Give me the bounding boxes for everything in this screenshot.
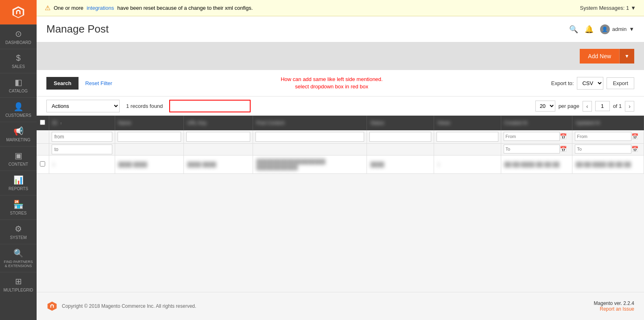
page-number-input[interactable] xyxy=(595,101,610,111)
filter-created-from-input[interactable] xyxy=(504,132,560,141)
content-area: Add New ▼ Search Reset Filter How can ad… xyxy=(37,42,644,292)
add-new-dropdown-button[interactable]: ▼ xyxy=(619,49,634,64)
reset-filter-button[interactable]: Reset Filter xyxy=(85,80,112,86)
filter-cell-id-from xyxy=(49,130,115,144)
prev-page-button[interactable]: ‹ xyxy=(583,101,592,112)
sidebar-item-stores[interactable]: 🏪 STORES xyxy=(0,195,37,219)
sidebar-item-customers[interactable]: 👤 CUSTOMERS xyxy=(0,97,37,122)
calendar-icon[interactable]: 📅 xyxy=(560,146,567,152)
footer-right: Magento ver. 2.2.4 Report an Issue xyxy=(594,300,634,312)
filter-name-input[interactable] xyxy=(118,132,181,142)
red-box-input[interactable] xyxy=(169,100,251,112)
sidebar-item-multiplegrid[interactable]: ⊞ MULTIPLEGRID xyxy=(0,272,37,296)
sidebar-logo[interactable] xyxy=(0,0,37,24)
actions-bar: Actions 1 records found 20 per page ‹ of… xyxy=(37,96,644,116)
calendar-icon[interactable]: 📅 xyxy=(560,133,567,140)
col-header-id[interactable]: ID ↑ xyxy=(49,116,115,130)
notification-message: ⚠ One or more integrations have been res… xyxy=(45,4,253,12)
filter-id-from-input[interactable] xyxy=(52,132,112,142)
page-header: Manage Post 🔍 🔔 👤 admin ▼ xyxy=(37,16,644,42)
filter-cell-updated-from: 📅 xyxy=(572,130,644,144)
sidebar-item-label: DASHBOARD xyxy=(5,40,31,45)
filter-cell-name xyxy=(115,130,184,144)
sidebar-item-label: STORES xyxy=(10,211,27,215)
filter-updated-from-input[interactable] xyxy=(575,132,631,141)
col-header-url[interactable]: URL Key xyxy=(184,116,253,130)
col-header-name[interactable]: Name xyxy=(115,116,184,130)
grid-toolbar: Search Reset Filter How can add same lik… xyxy=(37,70,644,96)
sidebar-item-sales[interactable]: $ SALES xyxy=(0,49,37,73)
header-actions: 🔍 🔔 👤 admin ▼ xyxy=(569,24,634,34)
col-header-status[interactable]: Status xyxy=(367,116,434,130)
dashboard-icon: ⊙ xyxy=(15,29,22,39)
table-row: 1 ████ ████ ████ ████ ██████████████████… xyxy=(37,156,644,174)
sidebar-item-label: MARKETING xyxy=(6,138,30,142)
calendar-icon[interactable]: 📅 xyxy=(631,133,638,140)
filter-cell-id-to xyxy=(49,144,115,156)
per-page-label: per page xyxy=(559,103,579,109)
filter-url-input[interactable] xyxy=(186,132,250,142)
report-issue-link[interactable]: Report an Issue xyxy=(600,306,634,312)
sidebar-item-find-partners[interactable]: 🔍 FIND PARTNERS & EXTENSIONS xyxy=(0,244,37,272)
search-button[interactable]: Search xyxy=(46,77,79,90)
filter-cell-cb-to xyxy=(37,144,49,156)
filter-updated-to-input[interactable] xyxy=(575,145,631,153)
sidebar-item-label: CUSTOMERS xyxy=(5,113,31,118)
pagination-section: 20 per page ‹ of 1 › xyxy=(535,101,634,112)
filter-cell-status-to xyxy=(367,144,434,156)
integrations-link[interactable]: integrations xyxy=(87,5,114,11)
sidebar-item-label: FIND PARTNERS & EXTENSIONS xyxy=(2,260,35,268)
filter-row-to: 📅 📅 xyxy=(37,144,644,156)
next-page-button[interactable]: › xyxy=(625,101,634,112)
sidebar-item-catalog[interactable]: ◧ CATALOG xyxy=(0,73,37,97)
filter-status-input[interactable] xyxy=(369,132,431,142)
sidebar-item-label: CONTENT xyxy=(9,162,28,167)
col-header-checkbox xyxy=(37,116,49,130)
calendar-icon[interactable]: 📅 xyxy=(631,146,638,152)
sidebar-item-marketing[interactable]: 📢 MARKETING xyxy=(0,122,37,146)
sidebar-item-label: SALES xyxy=(12,64,25,69)
stores-icon: 🏪 xyxy=(13,199,24,209)
annotation-text: How can add same like left side mentione… xyxy=(119,76,545,90)
sales-icon: $ xyxy=(16,53,20,63)
admin-user-menu[interactable]: 👤 admin ▼ xyxy=(600,24,634,34)
data-grid: ID ↑ Name URL Key Post Content xyxy=(37,116,644,174)
table-container: ID ↑ Name URL Key Post Content xyxy=(37,116,644,174)
export-button[interactable]: Export xyxy=(607,77,634,89)
notification-bar: ⚠ One or more integrations have been res… xyxy=(37,0,644,16)
system-messages[interactable]: System Messages: 1 ▼ xyxy=(580,5,636,11)
actions-select[interactable]: Actions xyxy=(46,100,120,112)
filter-cell-status xyxy=(367,130,434,144)
select-all-checkbox[interactable] xyxy=(40,120,45,125)
search-icon[interactable]: 🔍 xyxy=(569,25,578,34)
col-header-updated[interactable]: Updated At xyxy=(572,116,644,130)
page-title: Manage Post xyxy=(46,23,109,35)
per-page-select[interactable]: 20 xyxy=(535,101,555,112)
page-of-label: of 1 xyxy=(613,103,622,109)
sidebar-item-content[interactable]: ▣ CONTENT xyxy=(0,146,37,171)
col-header-views[interactable]: Views xyxy=(434,116,501,130)
sidebar-item-system[interactable]: ⚙ SYSTEM xyxy=(0,219,37,244)
filter-content-input[interactable] xyxy=(255,132,365,142)
sidebar-item-dashboard[interactable]: ⊙ DASHBOARD xyxy=(0,24,37,49)
notification-text-suffix: have been reset because of a change to t… xyxy=(117,5,253,11)
sidebar-item-reports[interactable]: 📊 REPORTS xyxy=(0,171,37,195)
col-header-content[interactable]: Post Content xyxy=(253,116,367,130)
admin-label: admin xyxy=(612,26,627,32)
bell-icon[interactable]: 🔔 xyxy=(585,25,594,34)
filter-id-to-input[interactable] xyxy=(52,145,112,154)
add-new-button[interactable]: Add New xyxy=(580,49,619,64)
row-cb xyxy=(37,156,49,174)
sidebar-item-label: MULTIPLEGRID xyxy=(3,288,33,292)
sidebar-item-label: SYSTEM xyxy=(10,235,26,240)
col-header-created[interactable]: Created At xyxy=(501,116,572,130)
row-updated: ██/██/████ ██:██:██ xyxy=(572,156,644,174)
toolbar-top: Add New ▼ xyxy=(37,42,644,70)
notification-text-prefix: One or more xyxy=(54,5,83,11)
export-label: Export to: xyxy=(551,80,574,86)
filter-views-input[interactable] xyxy=(437,132,498,142)
filter-created-to-input[interactable] xyxy=(504,145,560,153)
export-format-select[interactable]: CSV xyxy=(577,77,603,90)
row-checkbox[interactable] xyxy=(40,161,45,167)
main-content: ⚠ One or more integrations have been res… xyxy=(37,0,644,320)
